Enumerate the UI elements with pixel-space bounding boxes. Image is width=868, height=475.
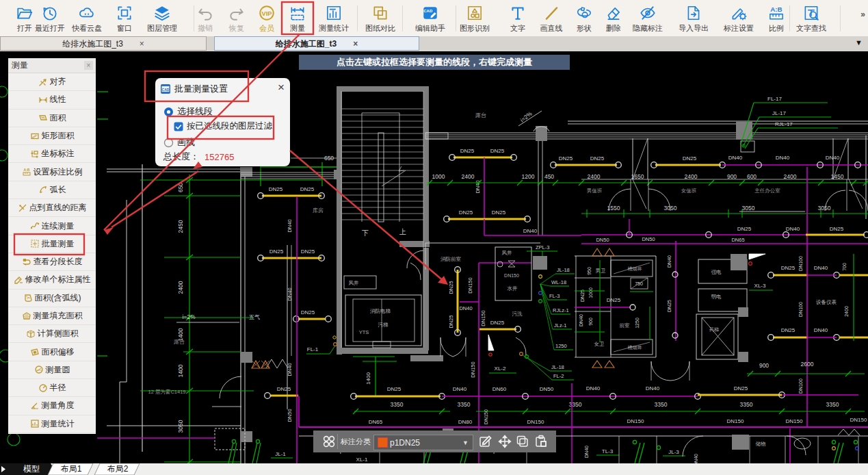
svg-text:DN150: DN150 bbox=[484, 409, 488, 424]
svg-text:2400: 2400 bbox=[844, 306, 849, 317]
svg-text:DN25: DN25 bbox=[490, 148, 505, 154]
svg-text:3350: 3350 bbox=[740, 401, 753, 408]
svg-text:1200: 1200 bbox=[522, 173, 535, 180]
svg-text:1250: 1250 bbox=[635, 318, 640, 329]
svg-text:1250: 1250 bbox=[555, 343, 567, 349]
svg-text:3350: 3350 bbox=[391, 401, 404, 408]
svg-text:JL-17: JL-17 bbox=[772, 110, 787, 116]
svg-text:男值班: 男值班 bbox=[587, 188, 603, 194]
svg-text:弱电: 弱电 bbox=[711, 294, 722, 300]
svg-text:DN25: DN25 bbox=[830, 226, 844, 232]
svg-text:DN40: DN40 bbox=[667, 255, 672, 268]
svg-text:主任办公室: 主任办公室 bbox=[754, 188, 780, 194]
svg-text:储物: 储物 bbox=[756, 441, 766, 447]
svg-text:CAD: CAD bbox=[423, 9, 433, 13]
svg-text:DN25: DN25 bbox=[277, 386, 291, 392]
svg-text:DN25: DN25 bbox=[459, 209, 473, 216]
svg-text:ZPL-3: ZPL-3 bbox=[536, 244, 549, 251]
svg-text:450: 450 bbox=[544, 173, 554, 180]
svg-text:DN100: DN100 bbox=[798, 302, 803, 317]
svg-text:露台: 露台 bbox=[174, 339, 185, 345]
svg-text:DN25: DN25 bbox=[301, 248, 315, 255]
svg-text:DN40: DN40 bbox=[523, 228, 538, 234]
svg-text:DN40: DN40 bbox=[814, 265, 828, 271]
svg-text:650: 650 bbox=[177, 183, 184, 192]
svg-text:1000: 1000 bbox=[432, 173, 445, 180]
svg-text:3350: 3350 bbox=[826, 401, 839, 408]
svg-text:JL-1: JL-1 bbox=[275, 451, 286, 457]
svg-text:XL-3: XL-3 bbox=[754, 283, 766, 289]
svg-text:1400: 1400 bbox=[177, 364, 184, 377]
svg-text:DN25: DN25 bbox=[734, 385, 748, 391]
svg-text:JL-18: JL-18 bbox=[551, 364, 564, 370]
svg-text:DN60: DN60 bbox=[492, 386, 507, 392]
svg-text:DN25: DN25 bbox=[737, 226, 752, 232]
svg-text:男卫: 男卫 bbox=[596, 268, 606, 274]
svg-text:2600: 2600 bbox=[801, 361, 814, 368]
svg-text:DN40: DN40 bbox=[287, 363, 293, 376]
svg-text:DN150: DN150 bbox=[470, 361, 476, 377]
svg-text:12 层为窗C1419: 12 层为窗C1419 bbox=[148, 389, 185, 395]
svg-text:DN150: DN150 bbox=[786, 418, 803, 424]
svg-text:600: 600 bbox=[747, 173, 757, 180]
svg-text:DN150: DN150 bbox=[504, 273, 519, 278]
svg-text:XL-2: XL-2 bbox=[495, 365, 506, 372]
svg-text:DN150: DN150 bbox=[527, 419, 544, 425]
svg-text:1450: 1450 bbox=[831, 173, 844, 180]
svg-text:700: 700 bbox=[842, 263, 847, 271]
svg-text:DN40: DN40 bbox=[586, 385, 601, 391]
svg-text:DN150: DN150 bbox=[850, 417, 867, 423]
svg-text:DN50: DN50 bbox=[642, 236, 655, 242]
svg-text:WL-18: WL-18 bbox=[551, 279, 566, 285]
svg-text:3050: 3050 bbox=[177, 420, 184, 433]
svg-text:DN25: DN25 bbox=[667, 300, 672, 312]
svg-text:VIP: VIP bbox=[262, 10, 272, 17]
svg-text:下: 下 bbox=[362, 229, 369, 237]
svg-text:DN50: DN50 bbox=[596, 237, 609, 243]
svg-text:污梯: 污梯 bbox=[378, 322, 389, 328]
svg-text:DN25: DN25 bbox=[492, 209, 506, 216]
svg-text:水井: 水井 bbox=[507, 285, 518, 292]
svg-text:药梯: 药梯 bbox=[709, 327, 719, 333]
svg-text:露台: 露台 bbox=[475, 112, 486, 118]
svg-text:DN65: DN65 bbox=[369, 419, 383, 425]
svg-text:设备仪表: 设备仪表 bbox=[816, 299, 837, 305]
svg-text:DN25: DN25 bbox=[269, 186, 283, 192]
svg-text:A:B: A:B bbox=[23, 168, 29, 172]
svg-text:女值班: 女值班 bbox=[681, 188, 697, 194]
svg-text:2400: 2400 bbox=[784, 173, 797, 180]
svg-text:2400: 2400 bbox=[177, 281, 184, 294]
svg-text:2450: 2450 bbox=[177, 220, 184, 233]
svg-text:900: 900 bbox=[588, 318, 593, 326]
svg-text:JLz-1: JLz-1 bbox=[554, 322, 566, 329]
svg-text:五气: 五气 bbox=[249, 314, 260, 320]
svg-text:DN150: DN150 bbox=[467, 277, 473, 293]
svg-text:900: 900 bbox=[759, 362, 769, 369]
svg-text:3350: 3350 bbox=[655, 401, 668, 408]
svg-text:DN25: DN25 bbox=[448, 281, 454, 294]
svg-text:2400: 2400 bbox=[685, 173, 698, 180]
svg-text:DN25: DN25 bbox=[300, 186, 315, 192]
svg-text:DN40: DN40 bbox=[826, 155, 840, 161]
svg-text:DN40: DN40 bbox=[584, 446, 589, 458]
svg-text:1000: 1000 bbox=[588, 287, 593, 298]
svg-text:强电: 强电 bbox=[711, 269, 722, 275]
svg-text:DN25: DN25 bbox=[460, 148, 475, 154]
svg-text:槽烟井: 槽烟井 bbox=[628, 345, 642, 350]
svg-text:库房: 库房 bbox=[313, 207, 324, 214]
svg-text:DN40: DN40 bbox=[475, 180, 481, 193]
svg-text:1650: 1650 bbox=[631, 173, 644, 180]
svg-text:DN40: DN40 bbox=[287, 219, 293, 232]
svg-text:FL-1: FL-1 bbox=[307, 346, 319, 352]
svg-text:风井: 风井 bbox=[502, 250, 513, 256]
svg-text:3350: 3350 bbox=[569, 401, 582, 408]
svg-text:DN25: DN25 bbox=[781, 327, 795, 333]
svg-text:900: 900 bbox=[727, 173, 737, 180]
svg-text:i=2%: i=2% bbox=[519, 110, 534, 124]
svg-text:3350: 3350 bbox=[458, 401, 471, 408]
svg-text:DN150: DN150 bbox=[480, 310, 486, 326]
svg-text:3050: 3050 bbox=[742, 205, 755, 211]
svg-text:TL-3: TL-3 bbox=[602, 448, 614, 454]
svg-text:DN25: DN25 bbox=[781, 265, 795, 271]
svg-text:DN65: DN65 bbox=[731, 237, 744, 243]
